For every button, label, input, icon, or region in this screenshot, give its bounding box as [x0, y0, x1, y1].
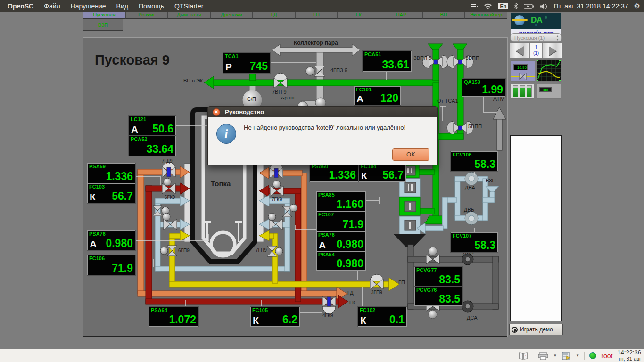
mini-display: ▮▮▮ — [539, 87, 552, 92]
indicator-PSA76L[interactable]: PSA76А0.980 — [87, 230, 135, 250]
scheme-label-v6gk9: 6ГК9 — [165, 195, 175, 200]
indicator-mode-letter: А — [356, 93, 363, 105]
clock[interactable]: Пт. авг. 31 2018 14:22:37 — [553, 2, 628, 10]
ok-button[interactable]: OK — [392, 148, 429, 161]
bluetooth-icon[interactable] — [514, 3, 518, 9]
indicator-tag: PCA51 — [364, 51, 381, 57]
indicator-TCA1[interactable]: TCA1P745 — [223, 53, 270, 73]
dialog-body: i Не найдено руководства 'kotel9' локаль… — [208, 117, 437, 165]
indicator-value: 0.980 — [336, 257, 363, 270]
page-total: (1) — [533, 50, 539, 56]
indicator-FC102[interactable]: FC102К0.1 — [358, 307, 407, 327]
indicator-value: 33.61 — [382, 58, 409, 71]
tab-vzp[interactable]: ВЗП — [83, 19, 123, 31]
arrow-icon — [512, 19, 528, 21]
indicator-PCVG76[interactable]: PCVG7683.5 — [414, 287, 462, 306]
indicator-PSA60[interactable]: PSA601.336 — [310, 163, 358, 182]
indicator-PSA76M[interactable]: PSA76А0.980 — [316, 231, 366, 251]
date: пт, 31 авг — [619, 356, 641, 362]
tab-Пусковая[interactable]: Пусковая — [83, 11, 125, 19]
dialog-titlebar[interactable]: ✕ Руководство — [208, 107, 437, 117]
right-arrow-icon — [549, 46, 556, 56]
indicator-FC107[interactable]: FC10771.9 — [316, 211, 366, 231]
scheme-label-gk: ГК — [349, 300, 355, 305]
close-icon[interactable]: ✕ — [213, 108, 220, 116]
indicator-FC103[interactable]: FC103К56.7 — [87, 183, 135, 203]
menu-item-5[interactable]: QTStarter — [174, 2, 203, 10]
indicator-tag: PCVG76 — [416, 287, 437, 293]
indicator-value: 83.5 — [439, 273, 460, 286]
indicator-PCA52[interactable]: PCA5233.64 — [129, 136, 176, 156]
wifi-icon[interactable] — [484, 3, 492, 9]
next-page-button[interactable] — [542, 43, 562, 58]
time: 14:22:36 — [617, 349, 641, 356]
indicator-tag: PSA76 — [318, 232, 335, 238]
current-user[interactable]: root — [601, 352, 612, 360]
indicator-value: 0.980 — [336, 238, 363, 251]
indicator-FCV106[interactable]: FCV10658.3 — [451, 151, 498, 171]
indicator-value: 0.980 — [106, 237, 133, 250]
tab-ПАР[interactable]: ПАР — [380, 11, 422, 19]
widget-thumb-display[interactable]: ▮▮▮ — [537, 84, 561, 99]
tab-ГД[interactable]: ГД — [253, 11, 295, 19]
indicator-FC105[interactable]: FC105К6.2 — [250, 307, 300, 327]
indicator-value: 71.9 — [342, 218, 363, 231]
indicator-tag: TCA1 — [225, 53, 239, 59]
scheme-label-vzp_f: ВЗП — [486, 178, 496, 183]
indicator-LC121[interactable]: LC121А50.6 — [129, 116, 176, 136]
status-indicator[interactable] — [589, 352, 596, 359]
scheme-label-v4gk9: 4ГК9 — [322, 313, 333, 318]
indicator-PSA64[interactable]: PSA641.072 — [149, 307, 198, 327]
widget-thumb-sliders[interactable] — [511, 84, 534, 99]
scheme-label-zvpl9: ЗВПЛ 9 — [413, 55, 431, 61]
scheme-title: Пусковая 9 — [95, 52, 170, 68]
indicator-FC104[interactable]: FC104К56.7 — [359, 163, 406, 182]
indicator-value: 50.6 — [152, 123, 173, 135]
indicator-PSA59[interactable]: PSA591.336 — [87, 163, 135, 183]
screen-select-combo[interactable]: Пусковая (1) ▲▼ — [510, 33, 562, 42]
play-demo-button[interactable]: Играть демо — [509, 324, 563, 335]
indicator-menu-icon[interactable] — [471, 3, 478, 9]
screen-select-value: Пусковая (1) — [514, 35, 545, 41]
manual-book-icon[interactable] — [519, 352, 528, 360]
print-dropdown-icon[interactable]: ▼ — [553, 354, 557, 358]
keyboard-layout-indicator[interactable]: En — [498, 3, 508, 9]
menu-item-4[interactable]: Помощь — [139, 2, 164, 10]
menu-item-1[interactable]: Файл — [44, 2, 60, 10]
indicator-PCVG77[interactable]: PCVG7783.5 — [414, 267, 462, 287]
tab-Дым. газы[interactable]: Дым. газы — [168, 11, 210, 19]
indicator-FCV107[interactable]: FCV10758.3 — [451, 232, 498, 252]
indicator-PCA51[interactable]: PCA5133.61 — [363, 51, 412, 72]
export-doc-icon[interactable] — [561, 352, 571, 360]
battery-icon[interactable] — [524, 4, 534, 9]
indicator-tag: PSA64 — [151, 307, 167, 313]
indicator-PSA54[interactable]: PSA540.980 — [316, 251, 366, 271]
widget-thumb-valve[interactable]: 10.95 — [511, 60, 535, 82]
taskbar-clock[interactable]: 14:22:36 пт, 31 авг — [617, 349, 641, 362]
volume-icon[interactable] — [540, 3, 548, 9]
indicator-mode-letter: А — [319, 239, 326, 251]
tab-Дренажи[interactable]: Дренажи — [210, 11, 253, 19]
prev-page-button[interactable] — [510, 43, 530, 58]
export-dropdown-icon[interactable]: ▼ — [576, 354, 579, 358]
menu-item-3[interactable]: Вид — [116, 2, 128, 10]
tab-Экономайзер[interactable]: Экономайзер — [465, 11, 507, 19]
indicator-QA153[interactable]: QA1531.99 — [462, 79, 505, 97]
menu-item-2[interactable]: Нарушение — [71, 2, 106, 10]
tab-ГП[interactable]: ГП — [295, 11, 338, 19]
tab-ГК[interactable]: ГК — [338, 11, 380, 19]
tab-Розжиг[interactable]: Розжиг — [125, 11, 168, 19]
indicator-FC106[interactable]: FC10671.9 — [87, 255, 135, 275]
print-icon[interactable] — [538, 352, 548, 360]
indicator-FC101[interactable]: FC101А120 — [354, 86, 401, 105]
indicator-value: 33.64 — [146, 143, 173, 156]
tab-ВП[interactable]: ВП — [422, 11, 465, 19]
atm-arrow — [493, 107, 506, 119]
indicator-value: 1.336 — [329, 169, 356, 181]
indicator-value: 0.1 — [389, 313, 405, 326]
indicator-value: 120 — [380, 92, 398, 105]
indicator-value: 56.7 — [382, 169, 404, 181]
widget-thumb-trend[interactable] — [537, 59, 561, 82]
session-gear-icon[interactable]: ⚙ — [634, 2, 640, 10]
indicator-PSA85[interactable]: PSA851.160 — [316, 191, 366, 211]
